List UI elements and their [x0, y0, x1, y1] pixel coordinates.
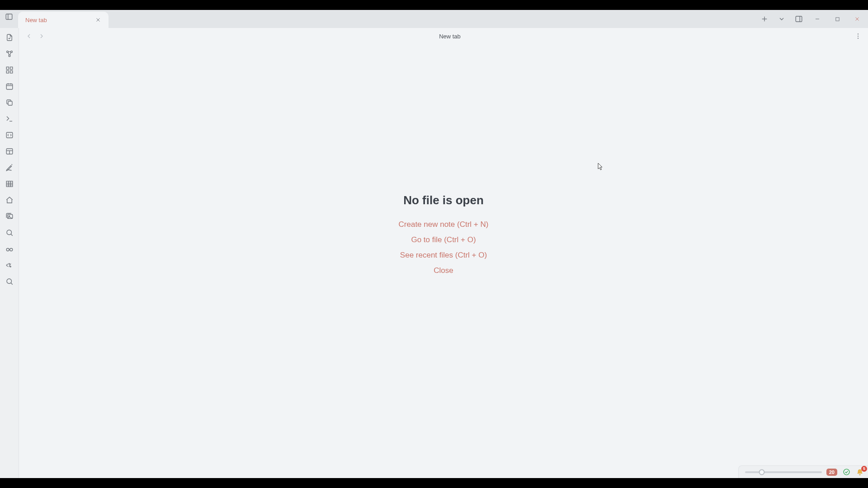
svg-point-41: [6, 249, 9, 251]
svg-rect-0: [6, 14, 12, 19]
ribbon-command-palette[interactable]: [3, 112, 16, 126]
copy-icon: [5, 99, 14, 107]
ribbon-template-insert[interactable]: [3, 258, 16, 272]
panel-left-icon: [5, 13, 13, 21]
code-block-icon: [5, 131, 14, 139]
table-icon: [5, 180, 14, 188]
zoom-slider-thumb[interactable]: [759, 469, 765, 475]
ribbon-quick-switcher[interactable]: [3, 31, 16, 44]
create-new-note-link[interactable]: Create new note (Ctrl + N): [399, 220, 489, 229]
ribbon-markdown[interactable]: [3, 128, 16, 142]
content-pane: New tab No file is open Create new note …: [19, 28, 868, 478]
svg-point-45: [9, 263, 9, 264]
pen-icon: [5, 164, 14, 172]
search-icon: [5, 277, 14, 286]
svg-point-46: [10, 266, 11, 267]
svg-line-48: [11, 283, 13, 285]
notifications-button[interactable]: 5: [855, 468, 864, 477]
svg-rect-22: [6, 84, 13, 89]
graph-icon: [5, 50, 14, 58]
svg-rect-32: [6, 181, 13, 187]
svg-point-52: [844, 469, 849, 475]
main-row: New tab No file is open Create new note …: [0, 28, 868, 478]
svg-rect-21: [10, 71, 12, 73]
ribbon-search-2[interactable]: [3, 275, 16, 288]
app-window: New tab: [0, 10, 868, 478]
close-tab-link[interactable]: Close: [434, 266, 453, 275]
check-circle-icon: [843, 468, 850, 476]
ribbon-table[interactable]: [3, 177, 16, 191]
left-ribbon: [0, 28, 19, 478]
status-bar: 20 5: [738, 465, 868, 478]
zoom-value-badge: 20: [826, 469, 837, 476]
ribbon-layout[interactable]: [3, 145, 16, 158]
ribbon-glasses[interactable]: [3, 242, 16, 256]
svg-rect-18: [6, 67, 9, 69]
svg-point-47: [7, 279, 12, 284]
notification-count-badge: 5: [861, 466, 867, 472]
svg-point-39: [7, 230, 12, 235]
svg-line-40: [11, 234, 13, 236]
svg-point-42: [9, 249, 12, 251]
go-to-file-link[interactable]: Go to file (Ctrl + O): [411, 235, 476, 244]
ribbon-drawing[interactable]: [3, 161, 16, 174]
terminal-icon: [5, 115, 14, 123]
search-icon: [5, 229, 14, 237]
svg-rect-28: [6, 132, 13, 138]
svg-rect-20: [6, 71, 9, 73]
svg-line-16: [9, 52, 11, 55]
see-recent-files-link[interactable]: See recent files (Ctrl + O): [400, 251, 487, 260]
sync-status-icon[interactable]: [842, 468, 851, 477]
toggle-left-sidebar-button[interactable]: [0, 10, 18, 23]
percent-code-icon: [5, 261, 14, 269]
image-stack-icon: [5, 212, 14, 221]
ribbon-graph-view[interactable]: [3, 47, 16, 61]
layout-icon: [5, 147, 14, 155]
ribbon-canvas[interactable]: [3, 63, 16, 77]
ribbon-search[interactable]: [3, 226, 16, 239]
ribbon-media[interactable]: [3, 210, 16, 223]
svg-line-15: [8, 52, 9, 55]
home-icon: [5, 196, 14, 204]
glasses-icon: [5, 245, 14, 253]
svg-rect-19: [10, 67, 12, 69]
zoom-slider[interactable]: [745, 471, 822, 473]
svg-rect-26: [8, 101, 12, 105]
empty-heading: No file is open: [403, 193, 484, 207]
ribbon-daily-note[interactable]: [3, 80, 16, 93]
calendar-icon: [5, 82, 14, 90]
grid-icon: [5, 66, 14, 74]
empty-state: No file is open Create new note (Ctrl + …: [19, 17, 868, 451]
ribbon-templates[interactable]: [3, 96, 16, 109]
file-arrow-icon: [5, 33, 14, 42]
ribbon-home[interactable]: [3, 193, 16, 207]
